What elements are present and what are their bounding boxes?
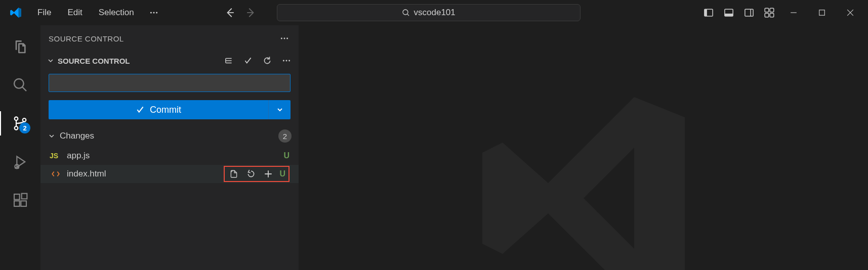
command-center[interactable]: vscode101 (277, 4, 581, 21)
activity-explorer-icon[interactable] (8, 34, 32, 59)
chevron-down-icon (276, 106, 284, 114)
chevron-down-icon[interactable] (48, 132, 56, 140)
sidebar: SOURCE CONTROL SOURCE CONTROL (40, 25, 299, 270)
html-file-icon (50, 169, 62, 178)
svg-point-17 (23, 118, 26, 122)
section-title: SOURCE CONTROL (58, 57, 130, 65)
customize-layout-icon[interactable] (761, 4, 778, 21)
toggle-secondary-sidebar-icon[interactable] (740, 4, 758, 21)
check-icon (136, 105, 145, 114)
chevron-down-icon[interactable] (47, 57, 55, 65)
changes-label: Changes (60, 131, 94, 141)
svg-point-28 (288, 60, 290, 62)
commit-button-label: Commit (150, 105, 181, 115)
svg-point-25 (286, 38, 288, 39)
sidebar-title: SOURCE CONTROL (49, 34, 124, 43)
toggle-panel-icon[interactable] (720, 4, 737, 21)
changes-count-badge: 2 (278, 129, 292, 143)
more-actions-icon[interactable] (278, 32, 291, 44)
menu-selection[interactable]: Selection (93, 5, 140, 21)
window-maximize-icon[interactable] (809, 3, 835, 23)
activity-search-icon[interactable] (8, 73, 32, 97)
view-as-tree-icon[interactable] (223, 55, 235, 67)
activity-bar: 2 (0, 25, 40, 270)
svg-point-0 (150, 12, 151, 13)
svg-rect-11 (765, 13, 769, 17)
menu-file[interactable]: File (31, 5, 57, 21)
svg-rect-7 (725, 14, 733, 16)
commit-check-icon[interactable] (242, 55, 254, 67)
svg-point-15 (15, 117, 18, 120)
svg-rect-21 (21, 201, 26, 206)
open-file-icon[interactable] (228, 168, 240, 180)
svg-point-1 (153, 12, 154, 13)
svg-point-3 (403, 10, 408, 15)
svg-rect-20 (14, 201, 20, 206)
nav-forward-icon[interactable] (243, 6, 258, 20)
refresh-icon[interactable] (261, 55, 273, 67)
nav-back-icon[interactable] (223, 6, 237, 20)
editor-area (299, 25, 868, 270)
menu-more-icon[interactable] (144, 5, 163, 20)
svg-rect-13 (819, 10, 825, 16)
scm-badge: 2 (19, 122, 30, 133)
annotation-highlight: U (224, 166, 290, 182)
svg-rect-12 (770, 13, 774, 17)
file-status: U (283, 151, 290, 160)
window-close-icon[interactable] (838, 3, 863, 23)
commit-dropdown-button[interactable] (268, 100, 291, 119)
svg-rect-19 (14, 194, 20, 200)
commit-button[interactable]: Commit (49, 100, 268, 119)
svg-point-23 (281, 38, 282, 39)
activity-extensions-icon[interactable] (8, 188, 32, 212)
svg-point-14 (14, 79, 24, 88)
svg-rect-9 (765, 8, 769, 12)
file-status: U (279, 169, 285, 178)
activity-source-control-icon[interactable]: 2 (8, 111, 32, 136)
vscode-watermark-icon (457, 72, 710, 270)
discard-changes-icon[interactable] (245, 168, 257, 180)
file-name: index.html (67, 169, 106, 179)
window-minimize-icon[interactable] (781, 3, 806, 23)
commit-message-input[interactable] (49, 74, 291, 92)
activity-run-debug-icon[interactable] (8, 150, 32, 174)
svg-point-27 (286, 60, 287, 62)
file-name: app.js (67, 151, 90, 161)
search-text: vscode101 (414, 8, 456, 18)
svg-rect-8 (745, 9, 753, 16)
vscode-logo-icon (8, 5, 23, 20)
search-icon (402, 9, 410, 17)
svg-rect-10 (770, 8, 774, 12)
svg-point-16 (15, 126, 18, 130)
svg-rect-5 (705, 9, 707, 16)
menu-edit[interactable]: Edit (61, 5, 88, 21)
svg-point-24 (284, 38, 285, 39)
file-row[interactable]: index.html U (40, 165, 299, 183)
svg-point-2 (156, 12, 157, 13)
svg-rect-22 (22, 194, 27, 199)
section-more-icon[interactable] (280, 55, 293, 67)
stage-changes-icon[interactable] (262, 168, 274, 180)
js-file-icon: JS (50, 152, 62, 160)
file-row[interactable]: JS app.js U (40, 147, 299, 165)
toggle-primary-sidebar-icon[interactable] (700, 4, 717, 21)
svg-point-26 (283, 60, 284, 62)
title-bar: File Edit Selection vscode101 (0, 0, 868, 25)
